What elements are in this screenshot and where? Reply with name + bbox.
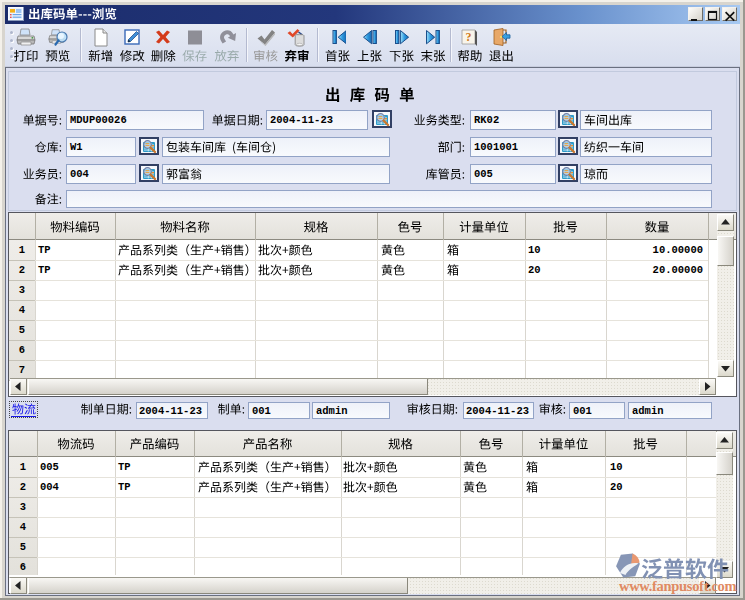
svg-text:?: ?	[465, 30, 471, 44]
